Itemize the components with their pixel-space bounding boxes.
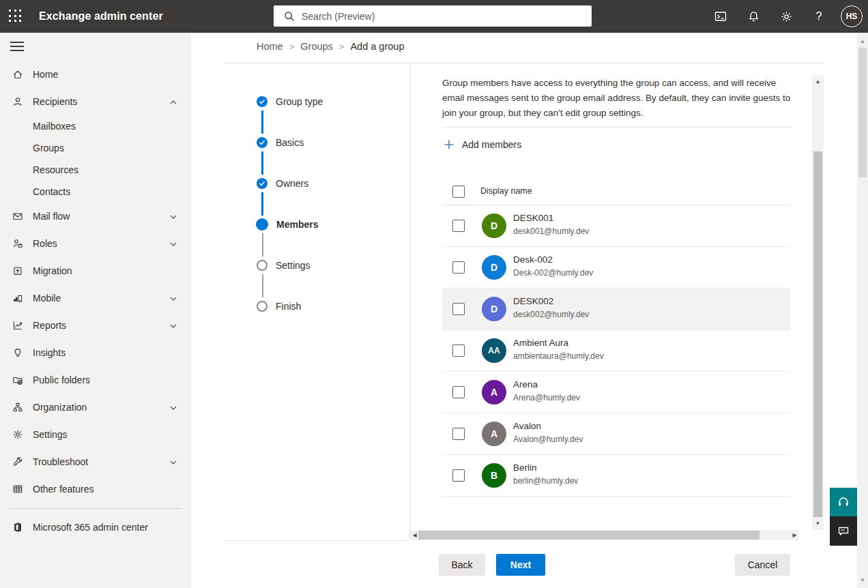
sidebar-item-mail-flow[interactable]: Mail flow [0,203,191,230]
step-check-icon [257,137,267,148]
breadcrumb-separator: > [339,42,345,52]
help-icon-button[interactable]: ? [802,0,835,33]
member-row[interactable]: D Desk-002 Desk-002@humly.dev [442,247,790,289]
row-checkbox[interactable] [452,303,465,315]
sidebar-item-label: Reports [33,320,66,331]
chevron-up-icon[interactable] [169,98,177,106]
breadcrumb: Home>Groups>Add a group [257,38,404,55]
member-row[interactable]: D DESK002 desk002@humly.dev [442,289,790,330]
sidebar-item-roles[interactable]: Roles [0,230,191,257]
add-members-button[interactable]: Add members [444,135,521,154]
sidebar-item-mailboxes[interactable]: Mailboxes [0,115,191,137]
sidebar-item-mobile[interactable]: Mobile [0,284,191,312]
member-display-name: Desk-002 [513,254,553,265]
bell-icon-button[interactable] [737,0,770,33]
page-scroll-up-arrow-icon[interactable]: ▲ [857,35,868,46]
terminal-icon-button[interactable] [704,0,737,33]
page-scroll-down-arrow-icon[interactable]: ▼ [857,574,868,585]
chevron-down-icon[interactable] [169,321,177,329]
vertical-scrollbar-thumb[interactable] [813,151,822,517]
sidebar-item-label: Groups [33,143,64,153]
step-check-icon [257,96,267,107]
search-box[interactable] [274,5,592,27]
breadcrumb-divider [224,63,824,63]
column-header-display-name[interactable]: Display name [480,186,532,196]
app-launcher-icon[interactable] [9,10,23,24]
search-input[interactable] [295,5,592,27]
sidebar-item-contacts[interactable]: Contacts [0,181,191,203]
chevron-down-icon[interactable] [169,458,177,466]
row-checkbox[interactable] [452,261,465,274]
chevron-down-icon[interactable] [169,212,177,220]
sidebar-item-resources[interactable]: Resources [0,159,191,181]
account-avatar[interactable]: HS [835,0,868,33]
content-horizontal-scrollbar[interactable]: ◀ ▶ [410,530,799,540]
folders-icon [12,374,23,385]
step-label: Members [276,219,318,230]
wizard-step-owners[interactable]: Owners [257,170,308,197]
page-scrollbar-thumb[interactable] [858,48,867,177]
sidebar-item-other-features[interactable]: Other features [0,475,191,503]
reports-icon [12,320,23,331]
sidebar-item-home[interactable]: Home [0,61,191,88]
member-row[interactable]: A Arena Arena@humly.dev [442,372,790,413]
member-row[interactable]: AA Ambient Aura ambientaura@humly.dev [442,330,790,372]
sidebar-item-label: Troubleshoot [33,456,88,467]
row-checkbox[interactable] [452,220,465,232]
member-row[interactable]: B Berlin berlin@humly.dev [442,455,790,497]
chevron-down-icon[interactable] [169,294,177,302]
breadcrumb-separator: > [289,42,295,52]
sidebar-item-label: Resources [33,164,78,175]
content-vertical-scrollbar[interactable]: ▲ ▼ [812,75,824,530]
row-checkbox[interactable] [452,344,465,357]
wizard-step-finish[interactable]: Finish [257,293,301,320]
chevron-down-icon[interactable] [169,239,177,248]
back-button[interactable]: Back [439,554,485,576]
wizard-step-basics[interactable]: Basics [257,129,304,156]
member-display-name: Avalon [513,421,541,431]
step-circle-icon [256,218,268,231]
sidebar-item-label: Other features [33,484,94,495]
member-email: desk001@humly.dev [513,226,589,236]
hamburger-menu-icon[interactable] [10,42,24,51]
wizard-step-members[interactable]: Members [257,211,318,238]
row-checkbox[interactable] [452,428,465,440]
avatar: A [482,422,506,446]
member-row[interactable]: D DESK001 desk001@humly.dev [442,205,790,247]
breadcrumb-add-a-group: Add a group [350,41,404,52]
sidebar-item-migration[interactable]: Migration [0,257,191,284]
sidebar-item-settings[interactable]: Settings [0,421,191,448]
sidebar-item-insights[interactable]: Insights [0,339,191,366]
horizontal-scrollbar-thumb[interactable] [418,531,760,540]
member-row[interactable]: A Avalon Avalon@humly.dev [442,413,790,455]
next-button[interactable]: Next [496,554,545,576]
scroll-right-arrow-icon[interactable]: ▶ [790,530,799,540]
sidebar-item-public-folders[interactable]: Public folders [0,366,191,394]
member-email: Arena@humly.dev [513,393,580,402]
scroll-down-arrow-icon[interactable]: ▼ [812,518,824,529]
scroll-up-arrow-icon[interactable]: ▲ [812,76,824,87]
sidebar-item-organization[interactable]: Organization [0,394,191,421]
gear-icon-button[interactable] [770,0,802,33]
avatar: AA [482,338,506,363]
page-vertical-scrollbar[interactable]: ▲ ▼ [857,33,868,588]
sidebar-item-groups[interactable]: Groups [0,137,191,159]
wizard-step-settings[interactable]: Settings [257,252,310,279]
help-headset-button[interactable] [830,488,857,516]
breadcrumb-groups[interactable]: Groups [300,41,333,52]
chevron-down-icon[interactable] [169,403,177,411]
step-label: Owners [276,178,308,189]
select-all-checkbox[interactable] [452,186,465,198]
sidebar-item-microsoft-365-admin-center[interactable]: Microsoft 365 admin center [0,514,191,541]
cancel-button[interactable]: Cancel [735,554,790,576]
sidebar-item-troubleshoot[interactable]: Troubleshoot [0,448,191,475]
breadcrumb-home[interactable]: Home [257,41,283,52]
row-checkbox[interactable] [452,469,465,482]
wizard-step-group-type[interactable]: Group type [257,88,323,115]
member-email: desk002@humly.dev [513,310,589,319]
feedback-button[interactable] [830,516,857,546]
sidebar-item-reports[interactable]: Reports [0,312,191,339]
sidebar-item-recipients[interactable]: Recipients [0,88,191,115]
mobile-icon [12,293,23,304]
row-checkbox[interactable] [452,386,465,398]
